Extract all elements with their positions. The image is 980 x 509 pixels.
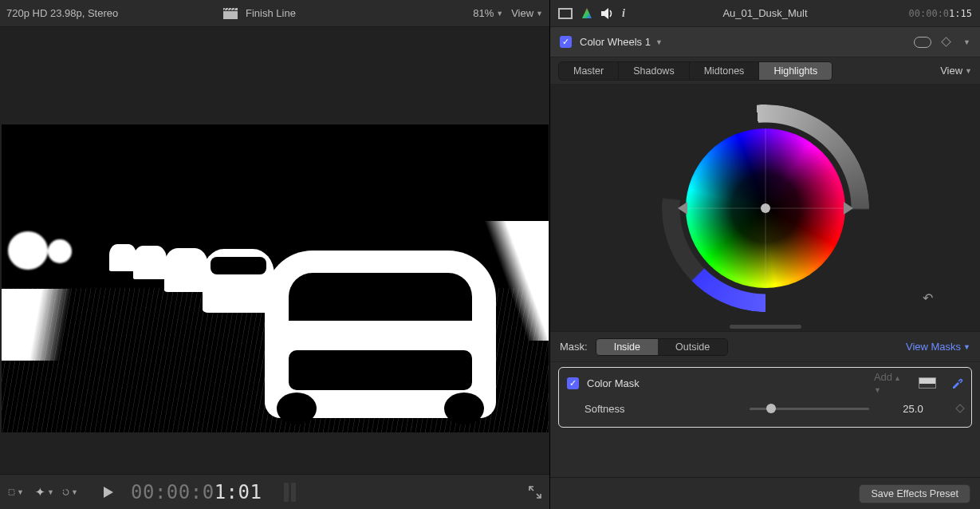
svg-rect-11: [560, 10, 571, 18]
mask-row: Mask: Inside Outside View Masks▼: [550, 332, 980, 362]
fullscreen-icon[interactable]: [529, 486, 541, 499]
viewer-topbar: 720p HD 23.98p, Stereo Finish Line 81%▼ …: [0, 0, 549, 27]
svg-rect-12: [558, 8, 560, 19]
svg-rect-13: [571, 8, 573, 19]
chevron-down-icon[interactable]: ▼: [963, 38, 970, 46]
softness-value[interactable]: 25.0: [877, 403, 949, 415]
audio-meters: [284, 483, 296, 502]
effects-tool-dropdown[interactable]: ✦▼: [35, 485, 51, 499]
seg-master[interactable]: Master: [559, 62, 619, 80]
seg-inside[interactable]: Inside: [596, 339, 658, 355]
tone-range-segmented[interactable]: Master Shadows Midtones Highlights: [558, 61, 832, 81]
viewer-timecode[interactable]: 00:00:01:01: [131, 481, 262, 503]
chevron-down-icon: ▼: [71, 488, 78, 496]
inspector-pane: i Au_01_Dusk_Mult 00:00:01:15 ✓ Color Wh…: [550, 0, 980, 509]
wheel-center-handle[interactable]: [761, 203, 770, 213]
softness-label: Softness: [584, 403, 625, 415]
viewer-bottombar: ▼ ✦▼ ▼ 00:00:01:01: [0, 474, 549, 509]
add-mask-dropdown[interactable]: Add▲▼: [874, 371, 901, 395]
scroll-indicator: [730, 325, 801, 329]
viewer-canvas[interactable]: [0, 27, 549, 474]
chevron-down-icon: ▼: [17, 488, 24, 496]
chevron-down-icon: ▼: [536, 10, 543, 18]
softness-slider[interactable]: [750, 408, 869, 410]
format-label: 720p HD 23.98p, Stereo: [6, 7, 118, 19]
audio-inspector-icon[interactable]: [601, 8, 614, 19]
clapperboard-icon: [223, 8, 238, 19]
mask-shape-icon[interactable]: [914, 37, 931, 48]
info-inspector-icon[interactable]: i: [622, 7, 625, 20]
wheel-nudge-right-icon[interactable]: [844, 202, 853, 215]
retime-dropdown[interactable]: ▼: [62, 486, 78, 499]
color-mask-title: Color Mask: [587, 377, 640, 389]
chevron-down-icon: ▼: [963, 343, 970, 351]
effect-enable-checkbox[interactable]: ✓: [560, 36, 572, 48]
svg-rect-0: [223, 11, 238, 19]
reset-icon[interactable]: ↶: [923, 290, 933, 306]
wheel-nudge-left-icon[interactable]: [678, 202, 687, 215]
color-mask-enable-checkbox[interactable]: ✓: [567, 377, 579, 389]
wheel-view-dropdown[interactable]: View▼: [940, 65, 972, 77]
color-inspector-icon[interactable]: [581, 7, 593, 20]
chevron-down-icon: ▼: [496, 10, 503, 18]
viewer-pane: 720p HD 23.98p, Stereo Finish Line 81%▼ …: [0, 0, 550, 509]
wand-icon: ✦: [35, 485, 45, 499]
svg-marker-15: [582, 8, 592, 18]
seg-shadows[interactable]: Shadows: [619, 62, 689, 80]
keyframe-icon[interactable]: [955, 404, 964, 412]
inspector-timecode: 00:00:01:15: [909, 8, 972, 19]
color-mask-panel: ✓ Color Mask Add▲▼ Softness 25.0: [558, 367, 972, 428]
effect-name-dropdown[interactable]: Color Wheels 1▼: [580, 36, 663, 48]
mask-label: Mask:: [560, 341, 588, 353]
svg-rect-6: [9, 489, 14, 495]
seg-midtones[interactable]: Midtones: [690, 62, 760, 80]
mask-inside-outside-segmented[interactable]: Inside Outside: [596, 338, 728, 356]
seg-outside[interactable]: Outside: [658, 339, 727, 355]
svg-marker-7: [104, 487, 113, 498]
inspector-footer: Save Effects Preset: [550, 477, 980, 509]
color-wheel-area: ↶: [550, 85, 980, 332]
chevron-down-icon: ▼: [655, 38, 663, 46]
color-wheel-control[interactable]: ↶: [662, 105, 869, 312]
wheel-selector-bar: Master Shadows Midtones Highlights View▼: [550, 57, 980, 85]
viewer-image: [2, 124, 549, 432]
chevron-down-icon: ▼: [47, 488, 54, 496]
video-inspector-icon[interactable]: [558, 8, 573, 19]
view-masks-dropdown[interactable]: View Masks▼: [906, 341, 970, 353]
color-swatch[interactable]: [919, 377, 936, 389]
seg-highlights[interactable]: Highlights: [759, 62, 832, 80]
view-dropdown[interactable]: View▼: [511, 7, 543, 19]
chevron-down-icon: ▼: [965, 67, 972, 75]
slider-thumb[interactable]: [766, 404, 776, 413]
svg-marker-16: [601, 8, 608, 19]
play-button[interactable]: [104, 487, 120, 498]
effect-header-row: ✓ Color Wheels 1▼ ▼: [550, 27, 980, 57]
keyframe-icon[interactable]: [941, 37, 951, 47]
project-title: Finish Line: [246, 7, 296, 19]
eyedropper-icon[interactable]: [950, 377, 963, 389]
zoom-dropdown[interactable]: 81%▼: [473, 7, 503, 19]
inspector-topbar: i Au_01_Dusk_Mult 00:00:01:15: [550, 0, 980, 27]
crop-tool-dropdown[interactable]: ▼: [8, 486, 24, 499]
save-effects-preset-button[interactable]: Save Effects Preset: [859, 484, 970, 503]
